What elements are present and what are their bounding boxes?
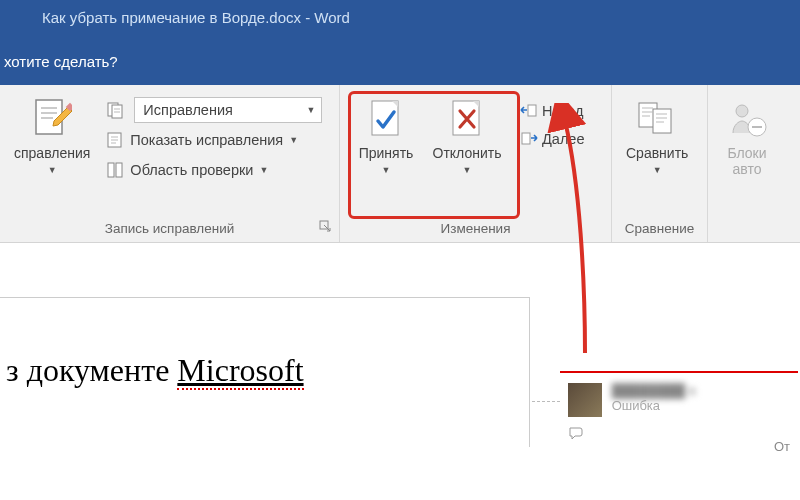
reject-icon xyxy=(447,95,487,143)
block-authors-label1: Блоки xyxy=(727,145,766,161)
svg-rect-6 xyxy=(116,163,122,177)
document-text: з документе Microsoft xyxy=(6,352,304,390)
group-compare: Сравнить ▼ Сравнение xyxy=(612,85,708,242)
comment-card[interactable]: ████████ в Ошибка От xyxy=(560,371,798,460)
next-label: Далее xyxy=(542,131,584,147)
dialog-launcher-icon[interactable] xyxy=(319,220,333,234)
show-markup-label: Показать исправления xyxy=(130,132,283,148)
previous-label: Назад xyxy=(542,103,584,119)
reviewing-pane-icon xyxy=(104,161,126,179)
chevron-down-icon: ▼ xyxy=(306,105,315,115)
chevron-down-icon: ▼ xyxy=(259,165,268,175)
display-for-review-value: Исправления xyxy=(143,102,233,118)
group-changes-label: Изменения xyxy=(340,221,611,236)
document-page[interactable]: з документе Microsoft xyxy=(0,297,530,447)
previous-icon xyxy=(518,103,540,119)
chevron-down-icon: ▼ xyxy=(48,165,57,175)
tell-me-text: хотите сделать? xyxy=(4,53,118,70)
comment-meta: ████████ в Ошибка xyxy=(612,383,696,413)
track-changes-icon xyxy=(32,95,72,143)
display-review-icon xyxy=(104,101,126,119)
block-authors-icon xyxy=(727,95,767,143)
comment-body: Ошибка xyxy=(612,398,696,413)
group-protect: Блоки авто xyxy=(708,85,798,242)
compare-label: Сравнить xyxy=(626,145,688,161)
ribbon: справления ▼ Исправления ▼ xyxy=(0,85,800,243)
display-for-review-row[interactable]: Исправления ▼ xyxy=(100,95,326,125)
chevron-down-icon: ▼ xyxy=(463,165,472,175)
show-markup-icon xyxy=(104,131,126,149)
doc-text-prefix: з документе xyxy=(6,352,177,388)
group-tracking-label: Запись исправлений xyxy=(0,221,339,236)
svg-rect-15 xyxy=(653,109,671,133)
compare-button[interactable]: Сравнить ▼ xyxy=(620,91,694,203)
group-changes: Принять ▼ Отклонить ▼ Назад xyxy=(340,85,612,242)
chevron-down-icon: ▼ xyxy=(382,165,391,175)
reviewing-pane-button[interactable]: Область проверки ▼ xyxy=(100,155,326,185)
reject-button[interactable]: Отклонить ▼ xyxy=(424,91,510,203)
avatar xyxy=(568,383,602,417)
group-compare-label: Сравнение xyxy=(612,221,707,236)
reply-label: От xyxy=(774,439,790,454)
svg-rect-8 xyxy=(372,101,398,135)
show-markup-button[interactable]: Показать исправления ▼ xyxy=(100,125,326,155)
previous-change-button[interactable]: Назад xyxy=(514,97,588,125)
group-tracking: справления ▼ Исправления ▼ xyxy=(0,85,340,242)
document-area: з документе Microsoft ████████ в Ошибка … xyxy=(0,243,800,500)
accept-label: Принять xyxy=(359,145,414,161)
reviewing-pane-label: Область проверки xyxy=(130,162,253,178)
svg-point-16 xyxy=(736,105,748,117)
reply-icon xyxy=(568,425,584,439)
svg-rect-5 xyxy=(108,163,114,177)
next-change-button[interactable]: Далее xyxy=(514,125,588,153)
doc-text-underlined: Microsoft xyxy=(177,352,303,390)
block-authors-button[interactable]: Блоки авто xyxy=(716,91,778,203)
chevron-down-icon: ▼ xyxy=(653,165,662,175)
compare-icon xyxy=(635,95,679,143)
accept-button[interactable]: Принять ▼ xyxy=(348,91,424,203)
reject-label: Отклонить xyxy=(433,145,502,161)
display-for-review-combo[interactable]: Исправления ▼ xyxy=(134,97,322,123)
accept-icon xyxy=(366,95,406,143)
next-icon xyxy=(518,131,540,147)
svg-rect-13 xyxy=(522,133,530,144)
title-bar: Как убрать примечание в Ворде.docx - Wor… xyxy=(0,0,800,38)
document-title: Как убрать примечание в Ворде.docx - Wor… xyxy=(42,9,350,26)
track-changes-button[interactable]: справления ▼ xyxy=(8,91,96,203)
comment-author: ████████ в xyxy=(612,383,696,398)
tell-me-bar[interactable]: хотите сделать? xyxy=(0,38,800,85)
track-changes-label: справления xyxy=(14,145,90,161)
chevron-down-icon: ▼ xyxy=(289,135,298,145)
comment-connector xyxy=(532,401,560,403)
svg-rect-12 xyxy=(528,105,536,116)
block-authors-label2: авто xyxy=(733,161,762,177)
reply-button[interactable]: От xyxy=(568,425,790,454)
